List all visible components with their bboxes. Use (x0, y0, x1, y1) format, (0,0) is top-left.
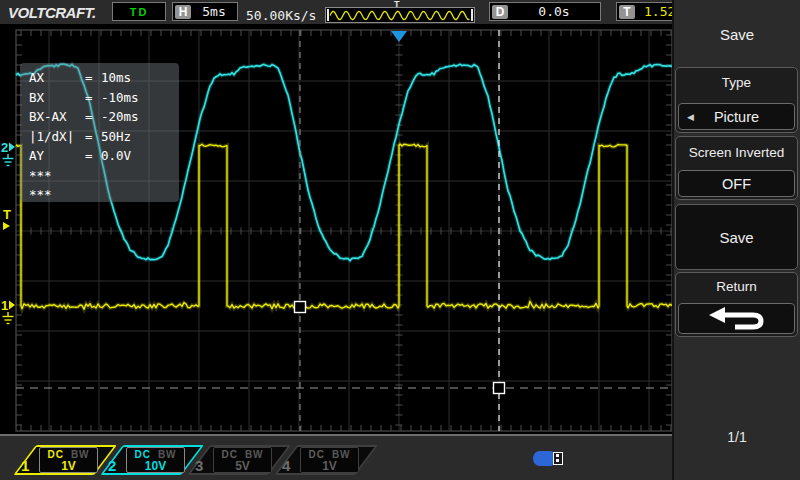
channel-4-tab[interactable]: 4DCBW1V (297, 445, 378, 475)
type-label: Type (676, 75, 797, 90)
acquire-mode-box: TD (112, 2, 166, 21)
ch2-ground-marker[interactable]: 2 (1, 140, 8, 155)
trigger-level-value: 1.52 (635, 4, 672, 19)
return-arrow-icon (701, 307, 773, 331)
h-key-icon: H (175, 5, 191, 19)
softkey-menu: Save Type ◀ Picture Screen Inverted OFF … (672, 0, 800, 480)
cursor-bx-handle[interactable] (295, 302, 306, 313)
measurement-row: BX-AX=-20ms (29, 107, 179, 127)
record-preview (325, 7, 475, 23)
volts-per-div: 1V (322, 460, 337, 472)
coupling-label: DC (308, 449, 324, 460)
save-button[interactable]: Save (675, 204, 798, 270)
oscilloscope-screen: VOLTCRAFT. TD H 5ms 50.00Ks/s T D 0.0s T… (0, 0, 800, 480)
coupling-label: DC (221, 449, 237, 460)
measurement-row: BX=-10ms (29, 88, 179, 108)
main-display: VOLTCRAFT. TD H 5ms 50.00Ks/s T D 0.0s T… (0, 0, 672, 480)
measurement-row: AX=10ms (29, 68, 179, 88)
left-arrow-icon: ◀ (687, 112, 694, 122)
measurement-row: AY=0.0V (29, 146, 179, 166)
brand-logo: VOLTCRAFT. (8, 4, 96, 21)
type-section: Type ◀ Picture (675, 67, 798, 133)
timebase-value: 5ms (191, 4, 237, 19)
sample-rate: 50.00Ks/s (246, 8, 316, 23)
preview-right-bracket (471, 9, 473, 21)
channel-status-bar: 1DCBW1V2DCBW10V3DCBW5V4DCBW1V (0, 434, 672, 480)
volts-per-div: 5V (235, 460, 250, 472)
usb-storage-icon (533, 451, 565, 467)
waveform-display: 21T AX=10msBX=-10msBX-AX=-20ms|1/dX|=50H… (0, 24, 672, 434)
type-value: Picture (714, 109, 759, 125)
bandwidth-label: BW (71, 449, 90, 460)
ch1-ground-marker[interactable]: 1 (1, 298, 8, 313)
coupling-label: DC (47, 449, 63, 460)
screen-inverted-button[interactable]: OFF (678, 170, 795, 197)
volts-per-div: 10V (145, 460, 166, 472)
delay-value: 0.0s (508, 4, 600, 19)
return-button[interactable] (678, 303, 795, 334)
screen-inverted-label: Screen Inverted (676, 145, 797, 160)
measurement-row: *** (29, 185, 179, 205)
trigger-position-marker[interactable] (391, 31, 407, 42)
bandwidth-label: BW (245, 449, 264, 460)
channel-number: 4 (282, 457, 290, 474)
delay-box: D 0.0s (489, 2, 601, 21)
channel-number: 3 (195, 457, 203, 474)
return-label: Return (676, 279, 797, 294)
bandwidth-label: BW (332, 449, 351, 460)
return-section: Return (675, 272, 798, 337)
acquire-mode-value: TD (130, 6, 149, 18)
menu-title: Save (674, 26, 800, 43)
trigger-level-marker[interactable]: T (3, 207, 11, 222)
type-picture-button[interactable]: ◀ Picture (678, 103, 795, 130)
channel-number: 1 (21, 457, 29, 474)
preview-waveform (326, 8, 474, 22)
channel-number: 2 (108, 457, 116, 474)
volts-per-div: 1V (61, 460, 76, 472)
measurement-row: |1/dX|=50Hz (29, 127, 179, 147)
horizontal-timebase-box: H 5ms (172, 2, 238, 21)
coupling-label: DC (134, 449, 150, 460)
trigger-level-box: T 1.52 (616, 2, 672, 21)
screen-inverted-section: Screen Inverted OFF (675, 136, 798, 200)
d-key-icon: D (492, 5, 508, 19)
screen-inverted-value: OFF (722, 176, 751, 192)
t-key-icon: T (619, 5, 635, 19)
menu-page-indicator: 1/1 (674, 429, 800, 445)
measurement-row: *** (29, 166, 179, 186)
top-status-bar: VOLTCRAFT. TD H 5ms 50.00Ks/s T D 0.0s T… (0, 0, 672, 25)
cursor-ax-handle[interactable] (494, 383, 505, 394)
bandwidth-label: BW (158, 449, 177, 460)
cursor-measurement-panel: AX=10msBX=-10msBX-AX=-20ms|1/dX|=50HzAY=… (20, 63, 179, 202)
